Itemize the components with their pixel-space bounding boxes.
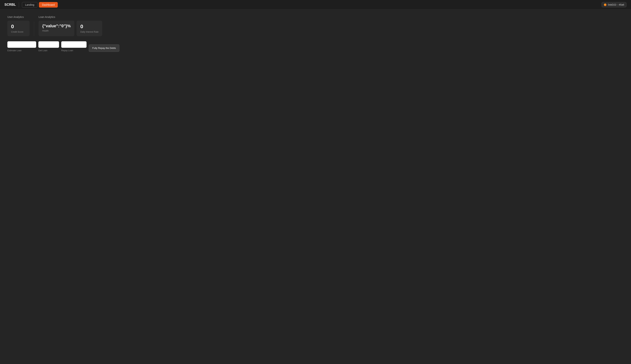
daily-interest-rate-label: Daily Interest Rate [80,30,99,33]
repay-loan-item: Repay Loan [61,41,87,52]
wallet-badge[interactable]: 0xbD22····45a6 [601,2,626,8]
navbar-nav: Landing Dashboard [22,2,58,8]
wallet-avatar [604,4,606,6]
health-value: {"value":"0"}% [42,24,71,28]
nav-landing[interactable]: Landing [22,2,38,8]
daily-interest-rate-card: 0 Daily Interest Rate [77,21,102,36]
repay-loan-label: Repay Loan [61,49,87,52]
actions-row: Estimate Loan Get Loan Repay Loan Fully … [8,41,623,52]
health-label: Health [42,30,71,32]
loan-analytics-label: Loan Analytics [39,16,102,18]
main-content: User Analytics 0 Credit Score Loan Analy… [0,10,631,58]
navbar-right: 0xbD22····45a6 [601,2,626,8]
estimate-loan-button[interactable] [8,41,36,48]
credit-score-value: 0 [11,24,26,30]
estimate-loan-label: Estimate Loan [8,49,36,52]
repay-loan-button[interactable] [61,41,87,48]
navbar: SCRBL Landing Dashboard 0xbD22····45a6 [0,0,631,10]
get-loan-item: Get Loan [38,41,59,52]
daily-interest-rate-value: 0 [80,24,99,30]
loan-analytics-group: Loan Analytics {"value":"0"}% Health 0 D… [39,16,102,36]
analytics-row: User Analytics 0 Credit Score Loan Analy… [8,16,623,36]
wallet-address: 0xbD22····45a6 [608,3,624,6]
health-card: {"value":"0"}% Health [39,21,74,36]
user-analytics-label: User Analytics [8,16,30,18]
credit-score-label: Credit Score [11,30,26,33]
credit-score-card: 0 Credit Score [8,21,30,36]
nav-dashboard[interactable]: Dashboard [39,2,58,8]
navbar-divider [19,2,19,8]
estimate-loan-item: Estimate Loan [8,41,36,52]
fully-repay-button[interactable]: Fully Repay the Debts [89,44,119,52]
get-loan-button[interactable] [38,41,59,48]
user-analytics-group: User Analytics 0 Credit Score [8,16,30,36]
app-logo: SCRBL [5,3,16,7]
get-loan-label: Get Loan [38,49,59,52]
user-analytics-cards: 0 Credit Score [8,21,30,36]
fully-repay-item: Fully Repay the Debts [89,44,119,52]
loan-analytics-cards: {"value":"0"}% Health 0 Daily Interest R… [39,21,102,36]
